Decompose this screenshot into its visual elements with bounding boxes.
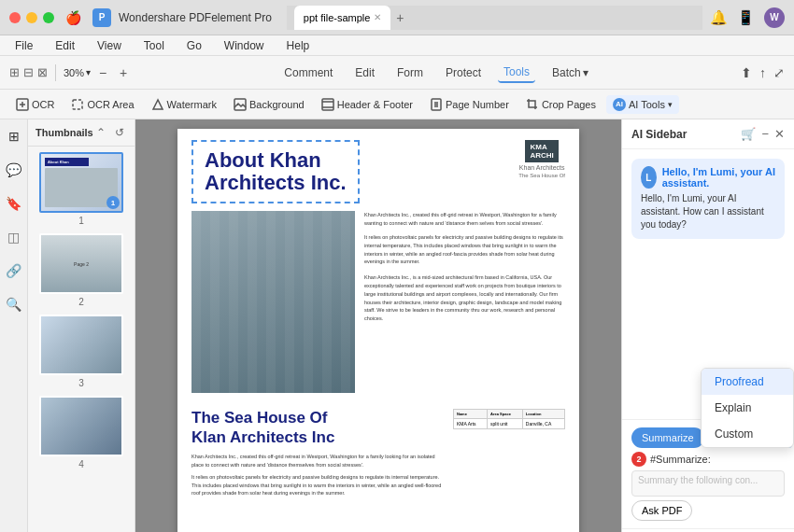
background-icon [234, 98, 247, 111]
summarize-button[interactable]: Summarize [631, 427, 704, 448]
new-tab-button[interactable]: + [390, 8, 409, 27]
active-tab[interactable]: ppt file-sample ✕ [294, 6, 391, 30]
user-avatar[interactable]: W [764, 7, 785, 28]
dropdown-explain[interactable]: Explain [702, 395, 793, 421]
menu-window[interactable]: Window [220, 37, 268, 54]
notification-icon[interactable]: 🔔 [710, 9, 728, 26]
menu-go[interactable]: Go [183, 37, 206, 54]
thumbnail-page-3[interactable]: 3 [34, 315, 129, 388]
sidebar-bookmark-icon[interactable]: 🔖 [5, 194, 23, 213]
ai-close-icon[interactable]: ✕ [774, 127, 785, 141]
ocr-button[interactable]: OCR [9, 95, 61, 114]
doc-title-container: About KhanArchitects Inc. [191, 140, 360, 203]
menu-help[interactable]: Help [283, 37, 314, 54]
tools-toolbar: OCR OCR Area Watermark Background Header… [0, 90, 794, 119]
nav-form[interactable]: Form [391, 63, 429, 82]
thumbnail-page-1[interactable]: About Khan 1 1 [34, 152, 129, 226]
tab-close-button[interactable]: ✕ [374, 12, 381, 22]
nav-edit[interactable]: Edit [349, 63, 380, 82]
thumbnails-controls: ⌃ ↺ [93, 125, 127, 140]
table-header-location: Location [522, 410, 564, 419]
ai-shop-icon[interactable]: 🛒 [741, 127, 756, 141]
minimize-button[interactable] [26, 12, 37, 23]
menu-tool[interactable]: Tool [140, 37, 168, 54]
dropdown-proofread[interactable]: Proofread [702, 369, 793, 395]
fullscreen-icon[interactable]: ⤢ [773, 65, 785, 80]
nav-protect[interactable]: Protect [440, 63, 487, 82]
ai-sidebar: AI Sidebar 🛒 − ✕ L Hello, I'm Lumi, your… [621, 119, 794, 532]
ai-tools-icon: AI [613, 98, 626, 111]
ocr-area-button[interactable]: OCR Area [64, 95, 140, 114]
tablet-icon[interactable]: 📱 [737, 9, 755, 26]
upload-icon[interactable]: ⬆ [741, 65, 752, 80]
doc-section-text: Khan Architects Inc., is a mid-sized arc… [364, 273, 565, 323]
header-footer-icon [321, 98, 334, 111]
maximize-button[interactable] [43, 12, 54, 23]
sidebar-link-icon[interactable]: 🔗 [5, 261, 23, 280]
separator [55, 64, 56, 81]
document-page: About KhanArchitects Inc. KMAARCHI Khan … [177, 129, 579, 532]
ai-greeting-text: Hello, I'm Lumi, your AI assistant. How … [641, 192, 775, 231]
main-content: ⊞ 💬 🔖 ◫ 🔗 🔍 Thumbnails ⌃ ↺ About Khan [0, 119, 794, 532]
ai-greeting-title: Hello, I'm Lumi, your AI assistant. [662, 166, 775, 189]
thumbnails-minimize-icon[interactable]: ⌃ [93, 125, 108, 140]
dropdown-custom[interactable]: Custom [702, 421, 793, 447]
page-number-button[interactable]: Page Number [423, 95, 516, 114]
sidebar-layers-icon[interactable]: ◫ [5, 228, 23, 246]
zoom-in-button[interactable]: + [115, 64, 132, 81]
share-icon[interactable]: ↑ [759, 65, 766, 80]
app-name: Wondershare PDFelement Pro [119, 11, 272, 24]
ai-sidebar-title: AI Sidebar [631, 128, 687, 141]
doc-table: Name Area Space Location KMA Arts split … [453, 409, 565, 429]
toolbar-left: ⊞ ⊟ ⊠ 30% ▾ − + [9, 64, 132, 81]
zoom-dropdown-icon[interactable]: ▾ [86, 67, 91, 77]
thumbnails-refresh-icon[interactable]: ↺ [112, 125, 127, 140]
doc-right-text: Khan Architects Inc., created this off-g… [364, 211, 565, 323]
grid-icon[interactable]: ⊞ [9, 65, 20, 79]
close-button[interactable] [9, 12, 21, 23]
thumbnails-title: Thumbnails [35, 127, 93, 138]
layout-icon[interactable]: ⊟ [23, 65, 34, 79]
nav-tools[interactable]: Tools [498, 63, 535, 83]
doc-logo-name: Khan Architects [519, 164, 565, 171]
ai-greeting-box: L Hello, I'm Lumi, your AI assistant. He… [631, 159, 785, 239]
watermark-button[interactable]: Watermark [145, 95, 223, 114]
sidebar-comment-icon[interactable]: 💬 [5, 161, 23, 179]
doc-bottom-title: The Sea House OfKlan Architects Inc [191, 409, 444, 447]
ai-tools-button[interactable]: AI AI Tools ▾ [606, 95, 679, 114]
sidebar-home-icon[interactable]: ⊞ [5, 127, 23, 146]
building-image [191, 211, 355, 393]
sidebar-search-icon[interactable]: 🔍 [5, 295, 23, 314]
doc-bottom-left: The Sea House OfKlan Architects Inc Khan… [191, 409, 444, 497]
document-view[interactable]: About KhanArchitects Inc. KMAARCHI Khan … [135, 119, 621, 532]
ask-pdf-button[interactable]: Ask PDF [631, 500, 692, 521]
tab-bar: ppt file-sample ✕ + [287, 6, 702, 30]
nav-comment[interactable]: Comment [278, 63, 338, 82]
zoom-out-button[interactable]: − [94, 64, 111, 81]
thumbnail-number-3: 3 [78, 378, 84, 388]
main-toolbar: ⊞ ⊟ ⊠ 30% ▾ − + Comment Edit Form Protec… [0, 56, 794, 90]
ai-avatar: L [641, 166, 657, 189]
menu-view[interactable]: View [93, 37, 125, 54]
thumbnail-page-2[interactable]: Page 2 2 [34, 233, 129, 307]
summarize-input[interactable]: Summary the following con... [631, 470, 785, 497]
thumbnail-number-2: 2 [78, 297, 84, 307]
background-button[interactable]: Background [227, 95, 311, 114]
thumbnail-list: About Khan 1 1 Page 2 2 3 [28, 147, 135, 532]
grid2-icon[interactable]: ⊠ [37, 65, 48, 79]
toolbar-right: ⬆ ↑ ⤢ [741, 65, 785, 80]
thumbnails-panel: Thumbnails ⌃ ↺ About Khan 1 1 [28, 119, 135, 532]
ai-tools-dropdown-icon: ▾ [668, 100, 673, 109]
tab-title: ppt file-sample [304, 12, 371, 23]
nav-batch[interactable]: Batch ▾ [546, 63, 594, 82]
header-footer-button[interactable]: Header & Footer [315, 95, 419, 114]
zoom-value: 30% [64, 67, 84, 78]
menu-file[interactable]: File [11, 37, 36, 54]
menu-edit[interactable]: Edit [51, 37, 78, 54]
doc-logo-address: The Sea House Of [518, 173, 565, 178]
thumbnail-page-4[interactable]: 4 [34, 396, 129, 469]
ai-minimize-icon[interactable]: − [761, 127, 769, 141]
thumbnail-img-2: Page 2 [39, 233, 123, 294]
crop-pages-button[interactable]: Crop Pages [519, 95, 603, 114]
left-sidebar: ⊞ 💬 🔖 ◫ 🔗 🔍 [0, 119, 28, 532]
